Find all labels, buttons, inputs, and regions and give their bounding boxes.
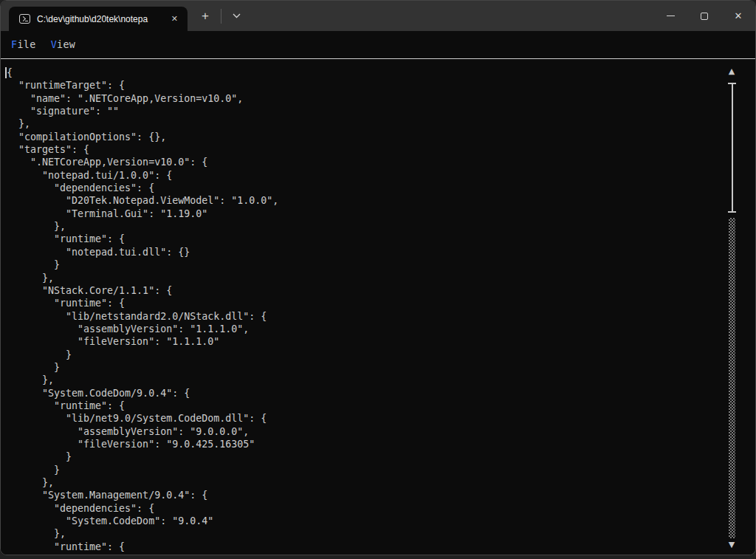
scroll-down-arrow[interactable]: ▼: [726, 541, 737, 549]
menu-view-hotkey: V: [51, 39, 57, 50]
json-text[interactable]: { "runtimeTarget": { "name": ".NETCoreAp…: [7, 66, 278, 553]
tab-title: C:\dev\github\d20tek\notepa: [37, 14, 163, 24]
new-tab-button[interactable]: +: [193, 5, 217, 27]
scrollbar-track[interactable]: [729, 218, 735, 538]
command-prompt-icon: [19, 14, 30, 24]
titlebar[interactable]: C:\dev\github\d20tek\notepa ✕ + ✕: [1, 1, 755, 31]
menu-view[interactable]: View: [51, 39, 76, 50]
close-button[interactable]: ✕: [721, 1, 755, 31]
tabbar-separator: [221, 9, 221, 24]
scrollbar-thumb[interactable]: [728, 83, 736, 213]
tab-dropdown-button[interactable]: [225, 5, 247, 27]
caption-buttons: ✕: [653, 1, 755, 31]
menu-bar: File View: [1, 31, 755, 59]
minimize-button[interactable]: [653, 1, 687, 31]
minimize-icon: [667, 16, 675, 16]
maximize-button[interactable]: [687, 1, 721, 31]
maximize-icon: [701, 13, 708, 20]
menu-file[interactable]: File: [11, 39, 36, 50]
scrollbar-thumb-bar: [732, 83, 733, 213]
scroll-up-arrow[interactable]: ▲: [726, 67, 737, 75]
terminal-tab[interactable]: C:\dev\github\d20tek\notepa ✕: [9, 7, 188, 31]
terminal-window: C:\dev\github\d20tek\notepa ✕ + ✕ File V…: [0, 0, 756, 555]
chevron-down-icon: [233, 13, 241, 18]
editor-area[interactable]: { "runtimeTarget": { "name": ".NETCoreAp…: [1, 59, 755, 555]
menu-view-label: iew: [57, 39, 75, 50]
menu-file-label: ile: [17, 39, 35, 50]
tab-close-icon[interactable]: ✕: [168, 13, 182, 24]
